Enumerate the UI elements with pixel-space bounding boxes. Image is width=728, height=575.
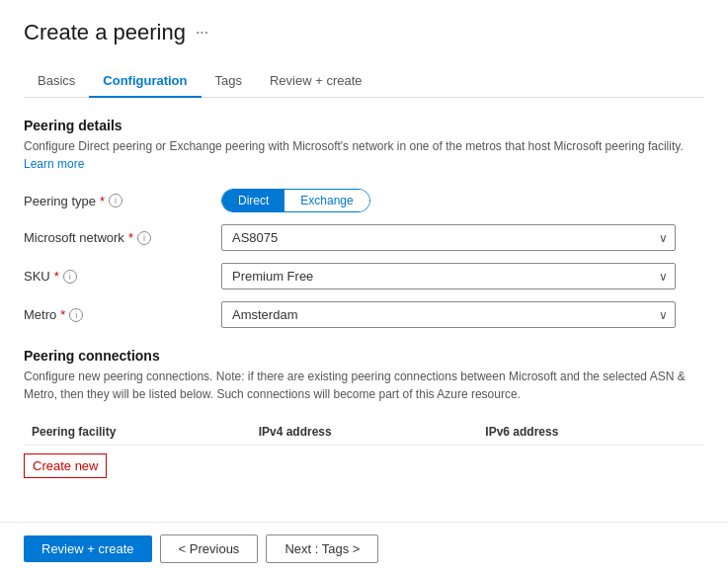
microsoft-network-select[interactable]: AS8075: [221, 224, 676, 251]
microsoft-network-info-icon[interactable]: i: [137, 231, 151, 245]
tab-configuration[interactable]: Configuration: [89, 65, 201, 98]
metro-required: *: [60, 307, 65, 322]
peering-type-required: *: [100, 194, 105, 208]
tab-basics[interactable]: Basics: [24, 65, 89, 98]
tab-tags[interactable]: Tags: [202, 65, 256, 98]
peering-type-row: Peering type * i Direct Exchange: [24, 189, 704, 212]
metro-label: Metro * i: [24, 307, 221, 322]
sku-dropdown[interactable]: Premium Free ∨: [221, 263, 676, 289]
connections-header-row: Peering facility IPv4 address IPv6 addre…: [24, 419, 704, 446]
review-create-button[interactable]: Review + create: [24, 535, 152, 562]
col-header-ipv4: IPv4 address: [251, 419, 478, 446]
peering-connections-section: Peering connections Configure new peerin…: [24, 348, 704, 478]
peering-type-toggle-group: Direct Exchange: [221, 189, 370, 212]
tab-bar: Basics Configuration Tags Review + creat…: [24, 65, 704, 98]
metro-select[interactable]: Amsterdam: [221, 301, 676, 328]
create-new-cell: Create new: [24, 446, 251, 479]
peering-connections-desc: Configure new peering connections. Note:…: [24, 368, 704, 403]
more-options-icon[interactable]: ···: [196, 24, 208, 41]
microsoft-network-required: *: [128, 230, 133, 245]
peering-details-title: Peering details: [24, 118, 704, 133]
toggle-exchange[interactable]: Exchange: [284, 190, 368, 211]
peering-type-label: Peering type * i: [24, 194, 221, 208]
col-header-facility: Peering facility: [24, 419, 251, 446]
toggle-direct[interactable]: Direct: [222, 190, 284, 211]
sku-select-wrapper: Premium Free ∨: [221, 263, 676, 289]
peering-connections-title: Peering connections: [24, 348, 704, 364]
metro-select-wrapper: Amsterdam ∨: [221, 301, 676, 328]
create-new-link[interactable]: Create new: [24, 453, 107, 478]
microsoft-network-dropdown[interactable]: AS8075 ∨: [221, 224, 676, 251]
peering-connections-table: Peering facility IPv4 address IPv6 addre…: [24, 419, 704, 478]
metro-info-icon[interactable]: i: [69, 308, 83, 322]
microsoft-network-row: Microsoft network * i AS8075 ∨: [24, 224, 704, 251]
microsoft-network-label: Microsoft network * i: [24, 230, 221, 245]
peering-type-info-icon[interactable]: i: [109, 194, 122, 207]
next-tags-button[interactable]: Next : Tags >: [266, 534, 378, 563]
ipv6-cell: [477, 446, 704, 479]
sku-required: *: [54, 269, 59, 284]
learn-more-link[interactable]: Learn more: [24, 157, 84, 171]
metro-row: Metro * i Amsterdam ∨: [24, 301, 704, 328]
connections-body-row: Create new: [24, 446, 704, 479]
sku-select[interactable]: Premium Free: [221, 263, 676, 289]
sku-row: SKU * i Premium Free ∨: [24, 263, 704, 289]
metro-dropdown[interactable]: Amsterdam ∨: [221, 301, 676, 328]
ipv4-cell: [251, 446, 478, 479]
col-header-ipv6: IPv6 address: [477, 419, 704, 446]
microsoft-network-select-wrapper: AS8075 ∨: [221, 224, 676, 251]
tab-review-create[interactable]: Review + create: [256, 65, 376, 98]
footer: Review + create < Previous Next : Tags >: [0, 522, 728, 575]
sku-info-icon[interactable]: i: [63, 270, 77, 284]
previous-button[interactable]: < Previous: [160, 534, 259, 563]
page-title: Create a peering: [24, 20, 186, 45]
page-title-row: Create a peering ···: [24, 20, 704, 45]
peering-details-desc: Configure Direct peering or Exchange pee…: [24, 137, 704, 173]
peering-type-toggle: Direct Exchange: [221, 189, 676, 212]
sku-label: SKU * i: [24, 269, 221, 284]
